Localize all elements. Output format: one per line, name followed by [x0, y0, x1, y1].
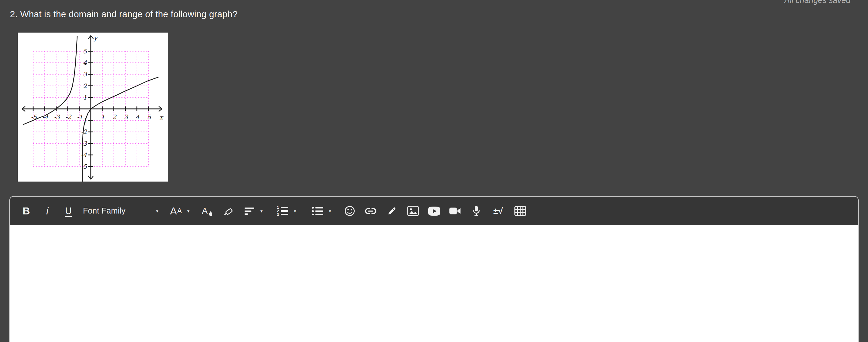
- chevron-down-icon: ▾: [187, 209, 190, 213]
- chevron-down-icon: ▾: [294, 209, 296, 213]
- svg-text:1: 1: [83, 94, 87, 101]
- underline-icon: U: [65, 206, 72, 217]
- chevron-down-icon: ▾: [329, 209, 331, 213]
- ordered-list-select[interactable]: 1 2 3 ▾: [272, 200, 301, 222]
- svg-text:-5: -5: [81, 163, 88, 170]
- chevron-down-icon: ▾: [260, 209, 263, 213]
- record-video-button[interactable]: [448, 200, 462, 222]
- autosave-status: All changes saved: [784, 0, 850, 5]
- font-size-select[interactable]: A A ▾: [167, 200, 193, 222]
- equation-button[interactable]: ±√: [490, 200, 506, 222]
- bold-button[interactable]: B: [19, 200, 33, 222]
- highlighter-button[interactable]: [220, 200, 235, 222]
- image-button[interactable]: [406, 200, 420, 222]
- link-icon: [364, 207, 377, 216]
- table-icon: [514, 206, 526, 216]
- font-family-select[interactable]: Font Family ▾: [82, 200, 160, 222]
- align-select[interactable]: ▾: [242, 200, 266, 222]
- graph-svg: -5-4-3-2-11234554321-1-2-3-4-5yx: [18, 33, 168, 182]
- draw-button[interactable]: [384, 200, 399, 222]
- smiley-icon: [344, 206, 355, 217]
- svg-text:4: 4: [83, 59, 87, 66]
- pencil-icon: [386, 206, 398, 217]
- italic-icon: i: [46, 206, 48, 217]
- droplet-icon: [209, 211, 213, 216]
- image-icon: [407, 206, 419, 216]
- font-color-icon: A: [202, 206, 211, 216]
- video-camera-icon: [449, 207, 461, 215]
- unordered-list-icon: [312, 206, 323, 216]
- svg-text:5: 5: [83, 48, 87, 55]
- svg-text:y: y: [93, 34, 98, 42]
- unordered-list-select[interactable]: ▾: [307, 200, 336, 222]
- font-color-button[interactable]: A: [199, 200, 214, 222]
- question-image: -5-4-3-2-11234554321-1-2-3-4-5yx: [18, 33, 168, 182]
- svg-text:-5: -5: [31, 114, 37, 121]
- font-family-label: Font Family: [83, 206, 125, 216]
- svg-text:2: 2: [113, 114, 117, 121]
- editor-toolbar: B i U Font Family ▾ A A ▾ A: [10, 197, 858, 225]
- microphone-icon: [472, 206, 480, 217]
- equation-icon: ±√: [493, 206, 503, 216]
- svg-text:2: 2: [83, 82, 87, 90]
- svg-text:-3: -3: [54, 114, 60, 121]
- svg-text:3: 3: [124, 114, 128, 121]
- question-text: 2. What is the domain and range of the f…: [10, 9, 238, 19]
- highlighter-icon: [222, 206, 234, 217]
- record-audio-button[interactable]: [469, 200, 484, 222]
- svg-text:-3: -3: [81, 140, 88, 147]
- underline-button[interactable]: U: [61, 200, 76, 222]
- bold-icon: B: [23, 205, 30, 217]
- svg-text:-2: -2: [81, 128, 88, 135]
- play-video-icon: [428, 206, 440, 216]
- video-embed-button[interactable]: [427, 200, 441, 222]
- italic-button[interactable]: i: [40, 200, 55, 222]
- editor-body[interactable]: [10, 225, 858, 342]
- screen: All changes saved 2. What is the domain …: [0, 0, 868, 342]
- svg-text:4: 4: [135, 114, 140, 121]
- font-size-icon: A A: [170, 205, 182, 217]
- table-button[interactable]: [513, 200, 527, 222]
- ordered-list-icon: 1 2 3: [277, 205, 288, 217]
- align-left-icon: [245, 207, 255, 216]
- chevron-down-icon: ▾: [156, 209, 158, 213]
- svg-text:x: x: [159, 114, 164, 121]
- svg-text:1: 1: [101, 114, 105, 121]
- svg-text:3: 3: [83, 70, 87, 78]
- link-button[interactable]: [364, 200, 378, 222]
- emoji-button[interactable]: [342, 200, 357, 222]
- svg-text:5: 5: [147, 114, 151, 121]
- svg-text:-2: -2: [65, 114, 72, 121]
- rich-text-editor: B i U Font Family ▾ A A ▾ A: [9, 196, 859, 342]
